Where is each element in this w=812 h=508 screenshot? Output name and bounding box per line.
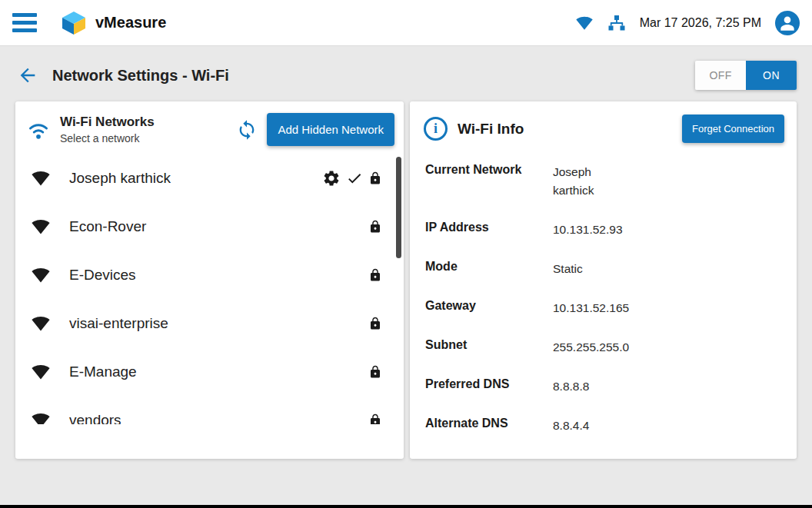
lock-icon — [368, 316, 382, 331]
wifi-networks-header: Wi-Fi Networks Select a network Add Hidd… — [15, 101, 404, 154]
wifi-off-button[interactable]: OFF — [695, 61, 746, 90]
info-field: Preferred DNS 8.8.8.8 — [425, 377, 781, 396]
field-value: Joseph karthick — [553, 163, 624, 200]
network-row-icons — [368, 267, 382, 283]
content-panels: Wi-Fi Networks Select a network Add Hidd… — [0, 101, 812, 459]
app-logo-icon — [60, 9, 88, 37]
wifi-signal-icon — [31, 411, 51, 425]
network-row[interactable]: visai-enterprise — [15, 299, 404, 347]
lock-icon — [368, 267, 382, 283]
add-hidden-network-button[interactable]: Add Hidden Network — [267, 113, 394, 146]
network-row[interactable]: E-Devices — [15, 251, 404, 299]
field-label: Preferred DNS — [425, 377, 553, 396]
network-row-icons — [368, 413, 382, 425]
network-row[interactable]: Joseph karthick — [15, 154, 404, 202]
lock-icon — [368, 413, 382, 425]
lock-icon — [368, 364, 382, 380]
wifi-signal-icon — [31, 169, 51, 188]
wifi-networks-subtitle: Select a network — [60, 132, 155, 144]
field-label: Subnet — [425, 338, 553, 357]
info-field: Gateway 10.131.52.165 — [425, 299, 781, 317]
network-row-icons — [368, 219, 382, 234]
info-field: IP Address 10.131.52.93 — [425, 221, 781, 239]
field-label: Gateway — [425, 299, 553, 317]
network-name: vendors — [69, 412, 121, 425]
bottom-border — [0, 505, 812, 508]
field-value: 255.255.255.0 — [553, 338, 629, 357]
network-row[interactable]: E-Manage — [15, 347, 404, 396]
wifi-signal-icon — [31, 363, 51, 381]
ethernet-status-icon — [607, 14, 626, 32]
wifi-networks-title: Wi-Fi Networks — [60, 115, 155, 130]
field-value: Static — [553, 260, 583, 278]
info-field: Alternate DNS 8.8.4.4 — [425, 417, 781, 435]
page-header: Network Settings - Wi-Fi OFF ON — [0, 46, 812, 101]
field-label: IP Address — [425, 221, 553, 239]
list-scrollbar[interactable] — [396, 157, 401, 258]
network-name: Joseph karthick — [69, 170, 171, 187]
network-row-icons — [368, 364, 382, 380]
user-avatar[interactable] — [775, 11, 800, 35]
network-name: E-Manage — [69, 364, 137, 380]
wifi-networks-titlebox: Wi-Fi Networks Select a network — [60, 115, 155, 144]
wifi-arcs-icon — [25, 118, 52, 141]
wifi-networks-panel: Wi-Fi Networks Select a network Add Hidd… — [15, 101, 404, 459]
wifi-power-toggle: OFF ON — [695, 61, 797, 90]
lock-icon — [368, 171, 382, 186]
top-bar: vMeasure Mar 17 2026, 7:25 PM — [0, 0, 812, 46]
network-name: E-Devices — [69, 267, 136, 284]
wifi-signal-icon — [31, 266, 51, 284]
datetime-text: Mar 17 2026, 7:25 PM — [640, 16, 761, 30]
lock-icon — [368, 219, 382, 234]
field-label: Mode — [425, 260, 553, 278]
wifi-info-fields: Current Network Joseph karthick IP Addre… — [410, 152, 797, 435]
network-row[interactable]: vendors — [15, 396, 404, 424]
field-label: Current Network — [425, 163, 553, 200]
wifi-on-button[interactable]: ON — [746, 61, 797, 90]
network-row[interactable]: Econ-Rover — [15, 202, 404, 251]
refresh-icon[interactable] — [236, 119, 258, 141]
forget-connection-button[interactable]: Forget Connection — [682, 115, 784, 143]
menu-icon[interactable] — [12, 13, 37, 32]
network-row-icons — [368, 316, 382, 331]
network-list: Joseph karthick — [15, 154, 404, 424]
check-icon — [346, 170, 363, 187]
field-value: 10.131.52.165 — [553, 299, 629, 317]
info-field: Current Network Joseph karthick — [425, 163, 781, 200]
info-field: Subnet 255.255.255.0 — [425, 338, 781, 357]
wifi-info-panel: i Wi-Fi Info Forget Connection Current N… — [410, 101, 797, 459]
field-value: 8.8.8.8 — [553, 377, 589, 396]
info-icon: i — [424, 117, 448, 141]
wifi-signal-icon — [31, 314, 51, 333]
network-row-icons — [322, 169, 382, 188]
info-field: Mode Static — [425, 260, 781, 278]
app-name: vMeasure — [95, 14, 166, 32]
wifi-signal-icon — [31, 217, 51, 236]
back-icon[interactable] — [17, 65, 38, 86]
wifi-status-icon — [575, 15, 594, 32]
wifi-info-header: i Wi-Fi Info Forget Connection — [410, 101, 797, 152]
field-value: 10.131.52.93 — [553, 221, 623, 239]
network-name: Econ-Rover — [69, 218, 146, 235]
field-label: Alternate DNS — [425, 417, 553, 435]
field-value: 8.8.4.4 — [553, 417, 589, 435]
page-title: Network Settings - Wi-Fi — [52, 67, 229, 85]
wifi-info-title: Wi-Fi Info — [458, 121, 524, 138]
status-cluster: Mar 17 2026, 7:25 PM — [575, 11, 800, 35]
network-name: visai-enterprise — [69, 315, 168, 332]
gear-icon[interactable] — [322, 169, 341, 188]
